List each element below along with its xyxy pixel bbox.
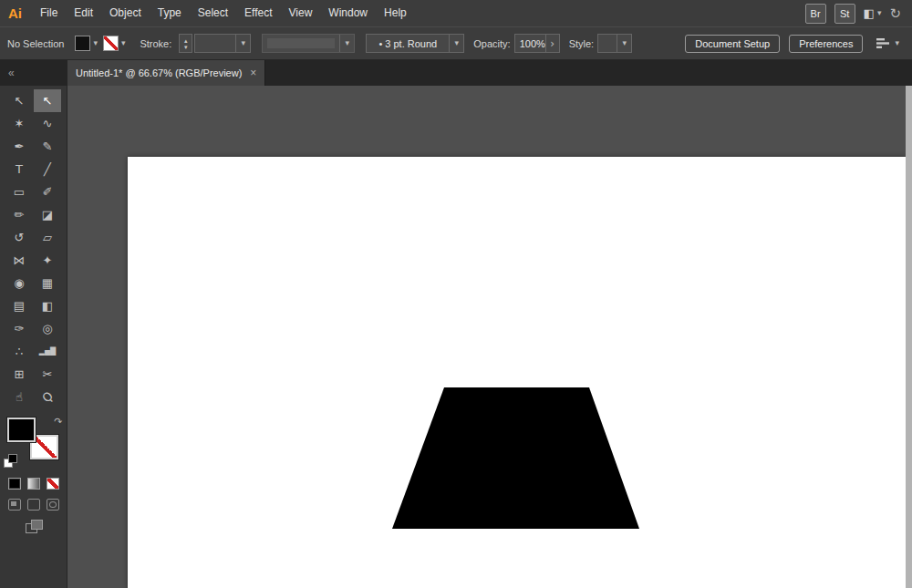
draw-normal-button[interactable]: [8, 499, 21, 511]
scale-tool[interactable]: ▱: [34, 226, 61, 249]
draw-inside-button[interactable]: [47, 499, 59, 511]
stroke-weight-stepper[interactable]: ▴ ▾: [179, 34, 192, 53]
sync-icon[interactable]: ↻: [889, 5, 901, 22]
brush-current: • 3 pt. Round: [367, 38, 449, 49]
color-type-row: [8, 478, 59, 490]
opacity-options-button[interactable]: ›: [545, 35, 559, 52]
blend-icon: ◎: [42, 322, 52, 335]
selection-status: No Selection: [7, 38, 64, 49]
fill-color-control[interactable]: ▾: [75, 36, 103, 51]
shape-builder-icon: ◉: [14, 276, 24, 290]
fill-indicator[interactable]: [7, 418, 36, 442]
document-tab[interactable]: Untitled-1* @ 66.67% (RGB/Preview) ×: [67, 60, 265, 86]
width-profile-select[interactable]: ▾: [262, 34, 355, 53]
stroke-color-control[interactable]: ▾: [103, 36, 131, 51]
stroke-weight-dropdown[interactable]: ▾: [235, 35, 250, 52]
direct-selection-tool[interactable]: ↖: [34, 89, 61, 112]
menu-select[interactable]: Select: [190, 0, 236, 26]
workspace-switcher[interactable]: ◧ ▾: [864, 6, 882, 20]
magic-wand-tool[interactable]: ✶: [5, 112, 33, 135]
menu-effect[interactable]: Effect: [236, 0, 280, 26]
menubar-right: Br St ◧ ▾ ↻: [805, 4, 912, 24]
free-transform-tool[interactable]: ✦: [34, 249, 61, 272]
opacity-input[interactable]: 100% ›: [514, 34, 560, 53]
width-profile-preview: [267, 38, 335, 48]
draw-behind-button[interactable]: [27, 499, 40, 511]
hand-icon: ☝: [16, 390, 23, 404]
gradient-tool[interactable]: ◧: [34, 294, 61, 317]
width-tool[interactable]: ⋈: [5, 249, 33, 272]
mesh-tool[interactable]: ▤: [5, 294, 33, 317]
column-graph-tool[interactable]: ▂▅█: [34, 340, 61, 363]
default-fill-stroke-icon[interactable]: [4, 454, 18, 469]
chevron-down-icon: ▾: [93, 39, 98, 47]
screen-mode-button[interactable]: [26, 520, 42, 532]
eyedropper-icon: ✑: [15, 322, 25, 335]
style-select[interactable]: ▾: [597, 34, 632, 53]
width-icon: ⋈: [14, 253, 26, 267]
menu-view[interactable]: View: [281, 0, 321, 26]
preferences-button[interactable]: Preferences: [789, 35, 863, 53]
blend-tool[interactable]: ◎: [34, 317, 61, 340]
pen-icon: ✒: [15, 139, 25, 153]
menu-help[interactable]: Help: [376, 0, 415, 26]
menu-type[interactable]: Type: [150, 0, 190, 26]
slice-tool[interactable]: ✂: [34, 363, 61, 386]
none-button[interactable]: [47, 478, 59, 490]
curvature-icon: ✎: [43, 139, 53, 153]
rotate-icon: ↺: [15, 231, 25, 244]
brush-select[interactable]: • 3 pt. Round ▾: [366, 34, 464, 53]
perspective-grid-tool[interactable]: ▦: [34, 272, 61, 294]
document-setup-button[interactable]: Document Setup: [685, 35, 780, 53]
selection-tool[interactable]: ↖: [5, 89, 33, 112]
opacity-value: 100%: [515, 38, 545, 49]
eyedropper-tool[interactable]: ✑: [5, 317, 33, 340]
menu-edit[interactable]: Edit: [66, 0, 101, 26]
zoom-tool[interactable]: Ϙ: [34, 386, 61, 408]
color-button[interactable]: [8, 478, 21, 490]
style-dropdown[interactable]: ▾: [617, 35, 631, 52]
artboard[interactable]: [128, 157, 906, 588]
vertical-scrollbar[interactable]: [906, 86, 912, 588]
swap-fill-stroke-icon[interactable]: ↷: [54, 416, 62, 428]
menu-window[interactable]: Window: [320, 0, 376, 26]
lasso-tool[interactable]: ∿: [34, 112, 61, 135]
trapezoid-shape[interactable]: [392, 387, 639, 529]
gradient-button[interactable]: [27, 478, 40, 490]
stroke-label: Stroke:: [140, 38, 171, 49]
pen-tool[interactable]: ✒: [5, 135, 33, 158]
stock-button[interactable]: St: [834, 4, 855, 24]
paintbrush-icon: ✐: [43, 185, 53, 199]
slice-icon: ✂: [43, 367, 53, 381]
shape-builder-tool[interactable]: ◉: [5, 272, 33, 294]
tab-close-icon[interactable]: ×: [250, 67, 256, 79]
align-options-control[interactable]: ▾: [876, 37, 899, 49]
eraser-icon: ◪: [42, 208, 53, 222]
type-tool[interactable]: T: [5, 158, 33, 181]
stroke-weight-select[interactable]: ▾: [194, 34, 251, 53]
width-profile-dropdown[interactable]: ▾: [339, 35, 354, 52]
line-segment-tool[interactable]: ╱: [34, 158, 61, 181]
hand-tool[interactable]: ☝: [5, 386, 33, 408]
symbol-sprayer-tool[interactable]: ∴: [5, 340, 33, 363]
bridge-button[interactable]: Br: [805, 4, 826, 24]
canvas-area[interactable]: [67, 86, 912, 588]
artboard-tool[interactable]: ⊞: [5, 363, 33, 386]
magic-wand-icon: ✶: [15, 117, 25, 130]
menu-file[interactable]: File: [32, 0, 66, 26]
panel-collapse-button[interactable]: «: [0, 60, 67, 86]
paintbrush-tool[interactable]: ✐: [34, 181, 61, 203]
brush-dropdown[interactable]: ▾: [449, 35, 463, 52]
rectangle-tool[interactable]: ▭: [5, 181, 33, 203]
fill-swatch-icon: [75, 36, 90, 51]
main-content: ↖↖✶∿✒✎T╱▭✐✏◪↺▱⋈✦◉▦▤◧✑◎∴▂▅█⊞✂☝Ϙ ↷: [0, 86, 912, 588]
eraser-tool[interactable]: ◪: [34, 203, 61, 226]
fill-stroke-widget: ↷: [0, 416, 67, 472]
brush-value: 3 pt. Round: [385, 38, 437, 49]
perspective-grid-icon: ▦: [42, 276, 53, 290]
rotate-tool[interactable]: ↺: [5, 226, 33, 249]
menu-object[interactable]: Object: [101, 0, 150, 26]
tools-grid: ↖↖✶∿✒✎T╱▭✐✏◪↺▱⋈✦◉▦▤◧✑◎∴▂▅█⊞✂☝Ϙ: [5, 89, 61, 408]
curvature-tool[interactable]: ✎: [34, 135, 61, 158]
shaper-tool[interactable]: ✏: [5, 203, 33, 226]
